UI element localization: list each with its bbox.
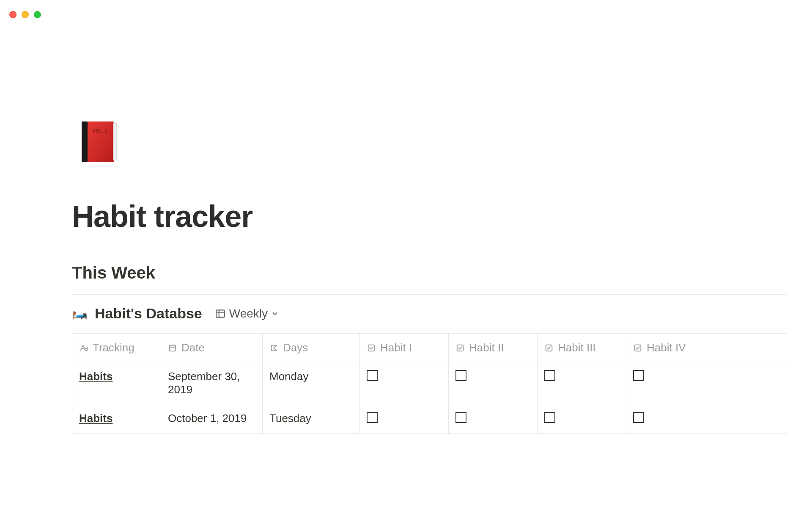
chevron-down-icon xyxy=(271,310,279,318)
cell-habit-4[interactable] xyxy=(626,404,715,434)
svg-rect-14 xyxy=(368,345,375,351)
window-close-button[interactable] xyxy=(9,11,16,18)
cell-days[interactable]: Tuesday xyxy=(263,404,360,434)
cell-habit-4[interactable] xyxy=(626,362,715,404)
section-divider xyxy=(72,294,787,295)
svg-rect-2 xyxy=(88,121,114,162)
window-controls xyxy=(9,11,41,18)
checkbox-unchecked[interactable] xyxy=(455,370,466,381)
date-property-icon xyxy=(168,343,177,353)
section-heading[interactable]: This Week xyxy=(72,263,787,282)
database-view-label: Weekly xyxy=(229,307,268,320)
cell-habit-2[interactable] xyxy=(449,404,538,434)
svg-text:VOL. 1: VOL. 1 xyxy=(93,128,107,133)
column-header-days[interactable]: Days xyxy=(263,334,360,362)
svg-text:🛏️: 🛏️ xyxy=(72,305,88,320)
table-header-row: Tracking Date xyxy=(72,334,787,362)
cell-habit-1[interactable] xyxy=(360,362,449,404)
svg-rect-15 xyxy=(457,345,464,351)
column-label: Habit I xyxy=(380,341,412,354)
column-header-habit-1[interactable]: Habit I xyxy=(360,334,449,362)
database-title[interactable]: Habit's Databse xyxy=(95,305,202,322)
column-header-date[interactable]: Date xyxy=(161,334,263,362)
checkbox-property-icon xyxy=(367,343,376,353)
page-title[interactable]: Habit tracker xyxy=(72,199,787,234)
row-title[interactable]: Habits xyxy=(79,370,112,383)
closed-book-icon: VOL. 1 xyxy=(74,116,125,167)
column-label: Date xyxy=(181,341,205,354)
column-label: Tracking xyxy=(93,341,134,354)
svg-rect-4 xyxy=(114,124,116,160)
checkbox-unchecked[interactable] xyxy=(633,412,644,423)
text-property-icon xyxy=(79,343,88,353)
svg-rect-7 xyxy=(216,310,225,317)
cell-habit-3[interactable] xyxy=(538,404,626,434)
svg-rect-17 xyxy=(635,345,641,351)
row-title[interactable]: Habits xyxy=(79,412,112,425)
column-label: Days xyxy=(283,341,308,354)
column-label: Habit III xyxy=(558,341,596,354)
cell-date[interactable]: October 1, 2019 xyxy=(161,404,263,434)
table-view-icon xyxy=(215,308,226,319)
checkbox-unchecked[interactable] xyxy=(367,412,378,423)
checkbox-property-icon xyxy=(544,343,554,353)
column-header-habit-2[interactable]: Habit II xyxy=(449,334,538,362)
checkbox-unchecked[interactable] xyxy=(633,370,644,381)
column-label: Habit IV xyxy=(647,341,686,354)
checkbox-property-icon xyxy=(633,343,642,353)
checkbox-unchecked[interactable] xyxy=(367,370,378,381)
cell-habit-1[interactable] xyxy=(360,404,449,434)
checkbox-unchecked[interactable] xyxy=(544,370,555,381)
table-row[interactable]: Habits September 30, 2019 Monday xyxy=(72,362,787,404)
database-header: 🛏️ Habit's Databse Weekly xyxy=(72,305,787,322)
svg-rect-10 xyxy=(170,345,176,351)
checkbox-unchecked[interactable] xyxy=(455,412,466,423)
column-header-habit-3[interactable]: Habit III xyxy=(538,334,626,362)
page-icon[interactable]: VOL. 1 xyxy=(72,114,127,169)
cell-habit-3[interactable] xyxy=(538,362,626,404)
formula-property-icon xyxy=(269,343,279,353)
column-label: Habit II xyxy=(469,341,504,354)
page-content: VOL. 1 Habit tracker This Week 🛏️ Habit'… xyxy=(72,119,787,434)
cell-habit-2[interactable] xyxy=(449,362,538,404)
svg-rect-0 xyxy=(82,121,88,162)
window-maximize-button[interactable] xyxy=(34,11,41,18)
window-minimize-button[interactable] xyxy=(22,11,29,18)
cell-date[interactable]: September 30, 2019 xyxy=(161,362,263,404)
column-header-habit-4[interactable]: Habit IV xyxy=(626,334,715,362)
database-link-icon: 🛏️ xyxy=(72,305,89,322)
svg-rect-16 xyxy=(546,345,552,351)
database-view-selector[interactable]: Weekly xyxy=(215,307,279,320)
cell-days[interactable]: Monday xyxy=(263,362,360,404)
table-row[interactable]: Habits October 1, 2019 Tuesday xyxy=(72,404,787,434)
column-header-spacer xyxy=(715,334,787,362)
checkbox-property-icon xyxy=(455,343,465,353)
database-table: Tracking Date xyxy=(72,333,787,434)
column-header-tracking[interactable]: Tracking xyxy=(72,334,161,362)
checkbox-unchecked[interactable] xyxy=(544,412,555,423)
